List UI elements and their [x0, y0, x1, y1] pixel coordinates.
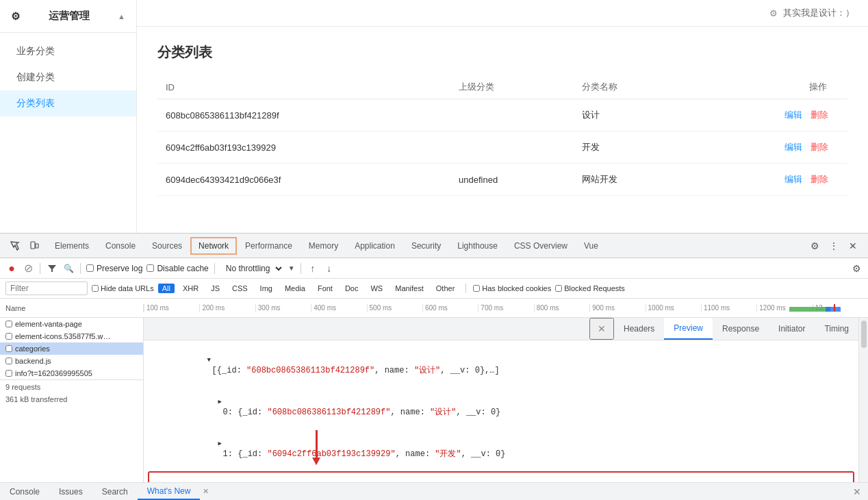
- disable-cache-label[interactable]: Disable cache: [146, 264, 208, 273]
- has-blocked-cookies-label[interactable]: Has blocked cookies: [473, 284, 551, 292]
- edit-link-0[interactable]: 编辑: [784, 110, 802, 120]
- request-checkbox-0[interactable]: [5, 321, 12, 327]
- tick-1100ms: 1100 ms: [701, 304, 756, 312]
- tab-security[interactable]: Security: [403, 237, 449, 255]
- sidebar-item-create-category[interactable]: 创建分类: [0, 64, 136, 90]
- sidebar-item-label: 分类列表: [16, 97, 55, 108]
- tick-200ms: 200 ms: [199, 304, 255, 312]
- filter-media-button[interactable]: Media: [281, 284, 309, 293]
- tab-console[interactable]: Console: [97, 237, 144, 255]
- details-tab-initiator[interactable]: Initiator: [769, 318, 815, 340]
- more-options-icon[interactable]: ⋮: [826, 238, 842, 254]
- record-button[interactable]: ●: [5, 262, 18, 275]
- scroll-thumb[interactable]: [861, 321, 867, 348]
- disable-cache-checkbox[interactable]: [146, 264, 154, 272]
- delete-link-1[interactable]: 删除: [810, 142, 828, 152]
- sidebar-item-business-category[interactable]: 业务分类: [0, 38, 136, 64]
- network-settings-icon[interactable]: ⚙: [850, 262, 863, 275]
- request-name-0: element-vanta-page: [15, 320, 82, 328]
- filter-manifest-button[interactable]: Manifest: [391, 284, 428, 293]
- blocked-requests-label[interactable]: Blocked Requests: [555, 284, 625, 292]
- filter-other-button[interactable]: Other: [432, 284, 459, 293]
- filter-font-button[interactable]: Font: [314, 284, 337, 293]
- request-item-4[interactable]: info?t=1620369995505: [0, 367, 143, 379]
- request-checkbox-2[interactable]: [5, 345, 12, 352]
- details-tab-response[interactable]: Response: [713, 318, 769, 340]
- sidebar-item-category-list[interactable]: 分类列表: [0, 90, 136, 116]
- filter-icon[interactable]: [46, 262, 58, 275]
- table-row: 608bc0865386113bf421289f 设计 编辑 删除: [157, 99, 847, 132]
- tab-performance[interactable]: Performance: [237, 237, 301, 255]
- expand-icon-2: [218, 440, 225, 447]
- timeline-needle: [834, 304, 835, 312]
- has-blocked-cookies-checkbox[interactable]: [473, 285, 480, 292]
- close-devtools-icon[interactable]: ✕: [845, 238, 861, 254]
- hide-data-urls-checkbox[interactable]: [92, 285, 99, 292]
- inspect-icon[interactable]: [7, 238, 23, 254]
- bottombar-tab-console[interactable]: Console: [0, 484, 49, 499]
- blocked-requests-checkbox[interactable]: [555, 285, 562, 292]
- filter-ws-button[interactable]: WS: [366, 284, 387, 293]
- request-stats: 9 requests 361 kB transferred: [0, 379, 143, 406]
- sidebar-title: 运营管理: [49, 10, 90, 23]
- delete-link-2[interactable]: 删除: [810, 174, 828, 184]
- timeline-bar-green: [789, 307, 830, 312]
- close-bottom-bar-icon[interactable]: ✕: [846, 484, 868, 500]
- preview-line-0[interactable]: [{_id: "608bc0865386113bf421289f", name:…: [148, 345, 854, 386]
- details-tab-timing[interactable]: Timing: [815, 318, 858, 340]
- request-checkbox-1[interactable]: [5, 333, 12, 340]
- request-item-3[interactable]: backend.js: [0, 355, 143, 367]
- import-har-button[interactable]: ↑: [307, 262, 319, 275]
- edit-link-2[interactable]: 编辑: [784, 174, 802, 184]
- details-scrollbar[interactable]: [858, 318, 868, 482]
- edit-link-1[interactable]: 编辑: [784, 142, 802, 152]
- bottombar-tab-issues[interactable]: Issues: [49, 484, 92, 499]
- filter-xhr-button[interactable]: XHR: [179, 284, 203, 293]
- cell-name: 开发: [574, 132, 689, 164]
- preview-line-1[interactable]: 0: {_id: "608bc086386113bf421289f", name…: [148, 386, 854, 428]
- request-checkbox-4[interactable]: [5, 370, 12, 377]
- device-icon[interactable]: [26, 238, 42, 254]
- details-close-button[interactable]: ✕: [589, 318, 614, 340]
- request-checkbox-3[interactable]: [5, 358, 12, 364]
- details-tab-preview[interactable]: Preview: [664, 318, 713, 340]
- details-tab-headers[interactable]: Headers: [614, 318, 664, 340]
- category-table: ID 上级分类 分类名称 操作 608bc0865386113bf421289f…: [157, 75, 847, 196]
- filter-all-button[interactable]: All: [158, 284, 175, 293]
- tab-lighthouse[interactable]: Lighthouse: [449, 237, 506, 255]
- export-har-button[interactable]: ↓: [323, 262, 335, 275]
- clear-button[interactable]: ⊘: [22, 262, 34, 275]
- bottombar-tab-search[interactable]: Search: [92, 484, 138, 499]
- preview-line-2[interactable]: 1: {_id: "6094c2ff6ab03f193c139929", nam…: [148, 428, 854, 470]
- filter-js-button[interactable]: JS: [207, 284, 224, 293]
- tab-css-overview[interactable]: CSS Overview: [506, 237, 576, 255]
- throttle-select[interactable]: No throttling: [220, 262, 284, 275]
- whats-new-close-icon[interactable]: ✕: [203, 487, 209, 496]
- tab-memory[interactable]: Memory: [301, 237, 346, 255]
- request-item-2[interactable]: categories: [0, 342, 143, 355]
- settings-icon[interactable]: ⚙: [806, 238, 823, 254]
- tab-network[interactable]: Network: [190, 237, 237, 255]
- hide-data-urls-label[interactable]: Hide data URLs: [92, 284, 154, 292]
- request-item-1[interactable]: element-icons.535877f5.w…: [0, 330, 143, 342]
- throttle-dropdown-icon: ▼: [288, 264, 295, 272]
- preserve-log-checkbox[interactable]: [86, 264, 94, 272]
- toolbar-separator-4: [301, 263, 301, 274]
- name-col-label: Name: [5, 304, 25, 312]
- transfer-size: 361 kB transferred: [5, 395, 138, 403]
- sidebar-collapse-icon[interactable]: ▲: [118, 12, 125, 21]
- request-item-0[interactable]: element-vanta-page: [0, 318, 143, 330]
- tab-sources[interactable]: Sources: [144, 237, 190, 255]
- preview-line-3[interactable]: 2: {_id: "6094dec64393421d9c066e3f", par…: [151, 474, 852, 482]
- search-icon[interactable]: 🔍: [62, 262, 75, 275]
- tab-elements[interactable]: Elements: [47, 237, 97, 255]
- tab-vue[interactable]: Vue: [576, 237, 607, 255]
- preserve-log-label[interactable]: Preserve log: [86, 264, 142, 273]
- filter-css-button[interactable]: CSS: [228, 284, 252, 293]
- filter-doc-button[interactable]: Doc: [341, 284, 363, 293]
- filter-img-button[interactable]: Img: [256, 284, 277, 293]
- tab-application[interactable]: Application: [346, 237, 403, 255]
- delete-link-0[interactable]: 删除: [810, 110, 828, 120]
- bottombar-tab-whats-new[interactable]: What's New: [138, 484, 201, 500]
- filter-input[interactable]: [5, 282, 88, 295]
